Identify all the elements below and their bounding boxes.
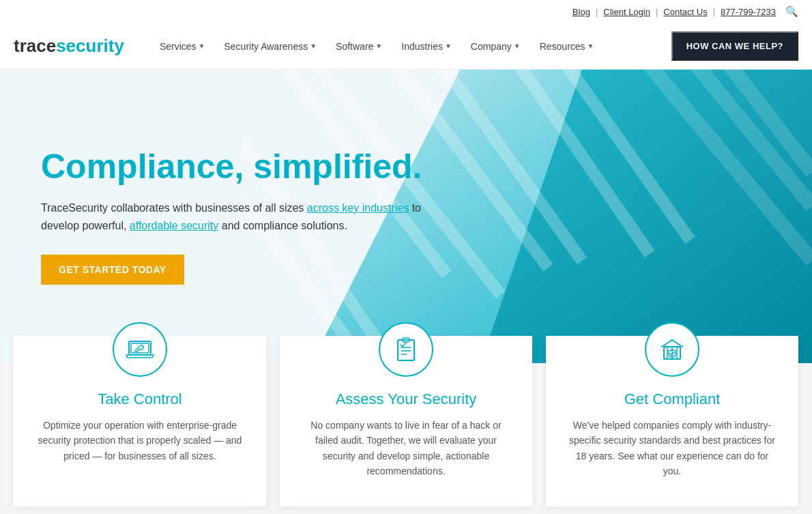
chevron-down-icon: ▼ (445, 42, 452, 50)
assess-security-icon-wrap (379, 322, 433, 377)
blog-link[interactable]: Blog (572, 7, 590, 17)
take-control-title: Take Control (34, 390, 246, 408)
chevron-down-icon: ▼ (199, 42, 205, 50)
client-login-link[interactable]: Client Login (603, 7, 650, 17)
hero-desc-suffix: and compliance solutions. (218, 220, 347, 231)
chevron-down-icon: ▼ (310, 42, 317, 50)
search-icon[interactable]: 🔍 (785, 5, 798, 18)
industries-link[interactable]: across key industries (307, 202, 409, 214)
cards-section: Take Control Optimize your operation wit… (0, 363, 812, 514)
logo[interactable]: tracesecurity (14, 35, 124, 57)
how-can-we-help-button[interactable]: HOW CAN WE HELP? (671, 31, 798, 61)
take-control-icon-wrap (113, 322, 167, 377)
nav-label-services: Services (160, 41, 197, 52)
separator-3: | (713, 7, 715, 17)
hero-section: Compliance, simplified. TraceSecurity co… (0, 70, 812, 363)
affordable-security-link[interactable]: affordable security (130, 220, 218, 231)
card-assess-security: Assess Your Security No company wants to… (280, 336, 532, 506)
hero-title: Compliance, simplified. (41, 148, 437, 186)
nav-label-software: Software (336, 41, 373, 52)
nav-label-industries: Industries (401, 41, 443, 52)
nav-item-company[interactable]: Company ▼ (463, 35, 529, 57)
phone-link[interactable]: 877-799-7233 (721, 7, 776, 17)
separator-1: | (596, 7, 598, 17)
nav-item-services[interactable]: Services ▼ (151, 35, 214, 57)
card-take-control: Take Control Optimize your operation wit… (14, 336, 266, 506)
contact-us-link[interactable]: Contact Us (663, 7, 707, 17)
chevron-down-icon: ▼ (514, 42, 521, 50)
building-shield-icon (657, 334, 687, 365)
logo-trace: trace (14, 35, 56, 56)
hero-desc-prefix: TraceSecurity collaborates with business… (41, 202, 307, 214)
chevron-down-icon: ▼ (375, 42, 382, 50)
assess-security-title: Assess Your Security (300, 390, 512, 408)
hero-description: TraceSecurity collaborates with business… (41, 199, 437, 234)
nav-item-software[interactable]: Software ▼ (328, 35, 390, 57)
take-control-desc: Optimize your operation with enterprise-… (34, 418, 246, 463)
top-bar: Blog | Client Login | Contact Us | 877-7… (0, 0, 812, 23)
chevron-down-icon: ▼ (588, 42, 594, 50)
get-started-button[interactable]: GET STARTED TODAY (41, 255, 184, 285)
nav-label-resources: Resources (540, 41, 585, 52)
svg-rect-15 (131, 343, 149, 353)
clipboard-check-icon (391, 334, 421, 365)
get-compliant-title: Get Compliant (566, 390, 778, 408)
logo-security: security (56, 35, 124, 56)
hero-content: Compliance, simplified. TraceSecurity co… (0, 107, 464, 326)
assess-security-desc: No company wants to live in fear of a ha… (300, 418, 512, 479)
separator-2: | (656, 7, 658, 17)
get-compliant-desc: We've helped companies comply with indus… (566, 418, 778, 479)
nav-item-industries[interactable]: Industries ▼ (393, 35, 460, 57)
main-nav: tracesecurity Services ▼ Security Awaren… (0, 23, 812, 70)
card-get-compliant: Get Compliant We've helped companies com… (546, 336, 798, 506)
nav-item-resources[interactable]: Resources ▼ (532, 35, 603, 57)
nav-label-company: Company (471, 41, 512, 52)
nav-items: Services ▼ Security Awareness ▼ Software… (151, 35, 671, 57)
get-compliant-icon-wrap (645, 322, 699, 377)
nav-item-security-awareness[interactable]: Security Awareness ▼ (216, 35, 325, 57)
nav-label-security-awareness: Security Awareness (224, 41, 308, 52)
laptop-wrench-icon (125, 334, 155, 365)
